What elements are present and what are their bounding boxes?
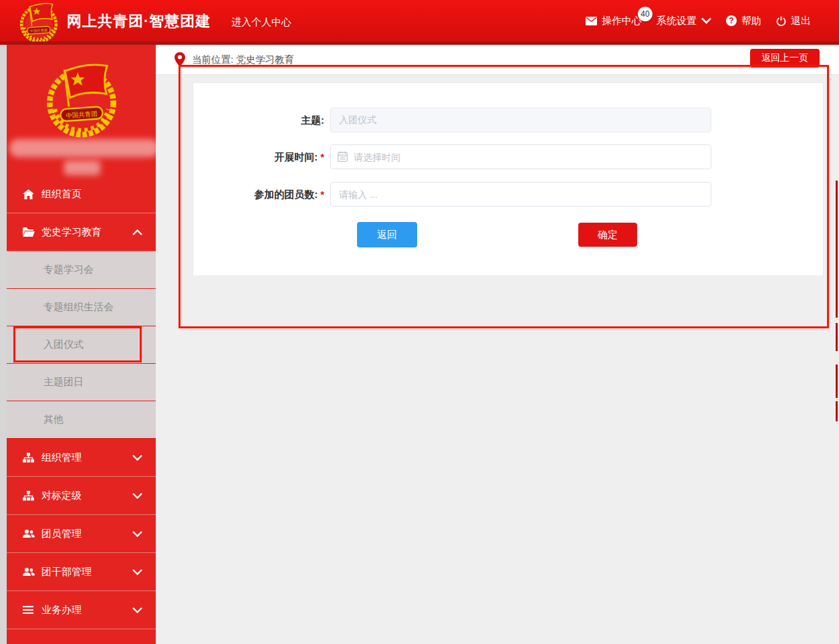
system-settings-menu[interactable]: 系统设置 bbox=[656, 15, 711, 27]
form-card: 主题: 开展时间:* 参加的团员数:* bbox=[193, 82, 824, 276]
main-content: 当前位置: 党史学习教育 返回上一页 主题: 开展时间:* bbox=[156, 45, 839, 644]
left-gutter bbox=[0, 45, 7, 644]
sidebar-item-label: 团干部管理 bbox=[41, 566, 92, 578]
breadcrumb: 当前位置: 党史学习教育 返回上一页 bbox=[156, 45, 839, 75]
breadcrumb-current-location: 当前位置: 党史学习教育 bbox=[192, 53, 294, 66]
sidebar-item-label: 团员管理 bbox=[41, 528, 82, 540]
back-to-previous-page-button[interactable]: 返回上一页 bbox=[750, 49, 820, 68]
chevron-down-icon bbox=[132, 455, 142, 461]
subitem-label: 入团仪式 bbox=[43, 338, 84, 351]
scrollbar-thumb-segment bbox=[836, 401, 838, 421]
subitem-label: 主题团日 bbox=[43, 376, 84, 389]
folder-icon bbox=[23, 227, 34, 237]
sidebar-item-label: 党史学习教育 bbox=[41, 226, 102, 239]
topic-row: 主题: bbox=[193, 108, 823, 132]
users-icon bbox=[23, 529, 34, 538]
chevron-down-icon bbox=[132, 531, 142, 537]
chevron-down-icon bbox=[132, 607, 142, 613]
org-name-redacted-line2 bbox=[64, 160, 100, 175]
sidebar-item-cadre-management[interactable]: 团干部管理 bbox=[7, 553, 156, 591]
time-picker-input[interactable] bbox=[330, 144, 711, 169]
question-circle-icon: ? bbox=[726, 15, 737, 26]
sidebar-subitem-theme-league-day[interactable]: 主题团日 bbox=[7, 364, 156, 401]
time-row: 开展时间:* bbox=[193, 144, 823, 169]
home-icon bbox=[23, 189, 34, 199]
required-asterisk: * bbox=[320, 151, 324, 163]
sidebar-subitem-special-study-meeting[interactable]: 专题学习会 bbox=[7, 251, 156, 289]
system-settings-label: 系统设置 bbox=[656, 15, 697, 27]
app-header: 中国共青团 网上共青团·智慧团建 进入个人中心 操作中心 40 系统设置 ? 帮… bbox=[0, 0, 839, 41]
sidebar-item-label: 业务办理 bbox=[41, 604, 82, 617]
sidebar-item-label: 组织管理 bbox=[41, 451, 82, 464]
topic-label: 主题: bbox=[301, 114, 324, 126]
form-confirm-button[interactable]: 确定 bbox=[578, 223, 637, 247]
personal-center-link[interactable]: 进入个人中心 bbox=[231, 16, 291, 29]
logout-label: 退出 bbox=[791, 15, 811, 27]
sidebar-item-org-home[interactable]: 组织首页 bbox=[7, 175, 156, 213]
sidebar-item-label: 对标定级 bbox=[41, 490, 82, 502]
action-center-menu[interactable]: 操作中心 40 bbox=[586, 15, 642, 27]
sidebar-subitem-org-life-meeting[interactable]: 专题组织生活会 bbox=[7, 289, 156, 326]
sidebar-item-party-history-education[interactable]: 党史学习教育 bbox=[7, 213, 156, 251]
help-label: 帮助 bbox=[741, 15, 761, 27]
logout-menu[interactable]: 退出 bbox=[776, 15, 811, 27]
app-title: 网上共青团·智慧团建 bbox=[67, 11, 211, 31]
subitem-label: 专题组织生活会 bbox=[43, 301, 114, 314]
sidebar-item-member-management[interactable]: 团员管理 bbox=[7, 515, 156, 553]
sidebar-subitem-other[interactable]: 其他 bbox=[7, 401, 156, 439]
form-back-button[interactable]: 返回 bbox=[357, 222, 417, 247]
chevron-down-icon bbox=[701, 17, 711, 24]
sidebar-item-business-handling[interactable]: 业务办理 bbox=[7, 591, 156, 629]
scrollbar-thumb-segment bbox=[836, 323, 838, 351]
sidebar-item-benchmark-rating[interactable]: 对标定级 bbox=[7, 477, 156, 515]
power-icon bbox=[776, 16, 786, 26]
action-center-label: 操作中心 bbox=[602, 15, 642, 27]
org-name-redacted bbox=[9, 139, 156, 157]
topic-input[interactable] bbox=[330, 108, 711, 132]
subitem-label: 其他 bbox=[43, 413, 64, 426]
time-label: 开展时间: bbox=[274, 151, 318, 163]
required-asterisk: * bbox=[320, 189, 324, 200]
users-icon bbox=[23, 567, 34, 576]
sidebar-subitem-league-admission-ceremony[interactable]: 入团仪式 bbox=[7, 326, 156, 364]
sidebar-nav: 组织首页 党史学习教育 专题学习会 专题组织生活会 入团仪式 主题团日 其他 bbox=[7, 175, 156, 644]
help-menu[interactable]: ? 帮助 bbox=[726, 15, 761, 27]
chevron-up-icon bbox=[132, 229, 142, 235]
chevron-down-icon bbox=[132, 569, 142, 575]
cyl-emblem-sidebar-icon: 中国共青团 bbox=[42, 60, 121, 138]
scrollbar-thumb-segment bbox=[836, 364, 838, 398]
sidebar-item-partial[interactable] bbox=[7, 629, 156, 644]
sitemap-icon bbox=[23, 453, 34, 463]
envelope-icon bbox=[586, 17, 597, 25]
header-bottom-strip bbox=[0, 41, 839, 45]
notification-badge: 40 bbox=[638, 7, 652, 21]
map-marker-icon bbox=[174, 52, 185, 67]
scrollbar-thumb-segment bbox=[836, 181, 838, 318]
sidebar-item-org-management[interactable]: 组织管理 bbox=[7, 439, 156, 477]
members-count-label: 参加的团员数: bbox=[254, 189, 318, 200]
sitemap-icon bbox=[23, 491, 34, 501]
list-icon bbox=[23, 606, 34, 614]
sidebar: 中国共青团 组织首页 党史学习教育 专题学习会 专题组织生活会 入团仪式 bbox=[7, 45, 156, 644]
chevron-down-icon bbox=[132, 493, 142, 499]
cyl-emblem-logo-icon: 中国共青团 bbox=[17, 1, 60, 43]
subitem-label: 专题学习会 bbox=[43, 263, 94, 276]
members-count-input[interactable] bbox=[330, 182, 711, 207]
sidebar-item-label: 组织首页 bbox=[41, 188, 82, 201]
members-count-row: 参加的团员数:* bbox=[193, 182, 823, 207]
